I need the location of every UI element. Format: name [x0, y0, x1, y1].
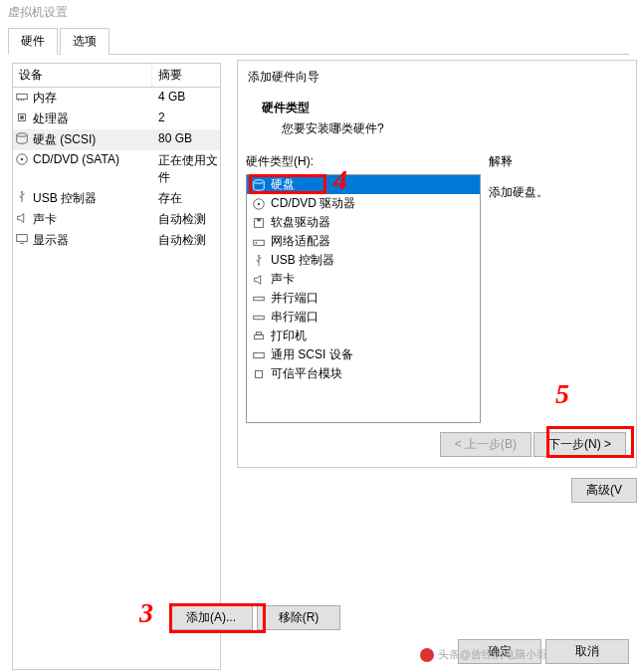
hw-item-label: CD/DVD 驱动器 [271, 195, 355, 212]
hw-item-port-6[interactable]: 并行端口 [247, 289, 480, 308]
tabs: 硬件 选项 [8, 27, 629, 55]
hw-item-port-7[interactable]: 串行端口 [247, 308, 480, 327]
add-button[interactable]: 添加(A)... [169, 605, 253, 630]
hardware-type-list[interactable]: 硬盘CD/DVD 驱动器软盘驱动器网络适配器USB 控制器声卡并行端口串行端口打… [246, 174, 481, 423]
device-name: CD/DVD (SATA) [31, 152, 152, 186]
hw-item-network-3[interactable]: 网络适配器 [247, 232, 480, 251]
port-icon [251, 311, 267, 325]
cancel-button[interactable]: 取消 [545, 639, 629, 664]
wizard-title: 添加硬件向导 [238, 61, 636, 94]
hw-item-label: USB 控制器 [271, 252, 334, 269]
scsi-icon [251, 348, 267, 362]
col-summary: 摘要 [152, 64, 220, 87]
device-row-usb[interactable]: USB 控制器存在 [13, 188, 220, 209]
cd-icon [13, 152, 31, 186]
svg-rect-16 [257, 218, 261, 221]
svg-rect-5 [20, 115, 24, 119]
device-name: 硬盘 (SCSI) [31, 131, 152, 148]
cpu-icon [13, 111, 31, 127]
explain-text: 添加硬盘。 [489, 184, 628, 201]
floppy-icon [251, 216, 267, 230]
device-summary: 正在使用文件 [152, 152, 220, 186]
remove-button[interactable]: 移除(R) [257, 605, 340, 630]
svg-rect-17 [254, 240, 265, 245]
device-name: 内存 [31, 90, 152, 107]
hw-item-label: 串行端口 [271, 309, 318, 326]
sound-icon [251, 273, 267, 287]
wizard-heading: 硬件类型 [262, 100, 612, 116]
svg-rect-23 [256, 332, 261, 335]
next-button[interactable]: 下一步(N) > [533, 432, 626, 457]
device-name: USB 控制器 [31, 190, 152, 207]
disk-icon [13, 131, 31, 148]
col-device: 设备 [13, 64, 152, 87]
device-summary: 4 GB [152, 90, 220, 107]
hw-item-label: 通用 SCSI 设备 [271, 346, 353, 363]
svg-rect-21 [254, 316, 265, 320]
svg-point-18 [256, 242, 258, 244]
svg-rect-10 [17, 235, 28, 242]
watermark-text: 头条@曾经的电脑小哥 [438, 647, 547, 662]
svg-point-12 [254, 179, 265, 183]
hw-item-scsi-9[interactable]: 通用 SCSI 设备 [247, 345, 480, 364]
device-row-memory[interactable]: 内存4 GB [13, 88, 220, 109]
memory-icon [13, 90, 31, 107]
svg-point-8 [21, 158, 24, 161]
hw-item-sound-5[interactable]: 声卡 [247, 270, 480, 289]
device-header: 设备 摘要 [13, 64, 220, 88]
hardware-type-label: 硬件类型(H): [246, 153, 481, 170]
hw-item-printer-8[interactable]: 打印机 [247, 327, 480, 345]
device-summary: 自动检测 [152, 211, 220, 228]
device-row-display[interactable]: 显示器自动检测 [13, 230, 220, 251]
hw-item-label: 网络适配器 [271, 233, 330, 250]
advanced-button[interactable]: 高级(V [571, 478, 637, 503]
tab-hardware[interactable]: 硬件 [8, 28, 58, 55]
svg-rect-0 [17, 94, 28, 99]
device-row-sound[interactable]: 声卡自动检测 [13, 209, 220, 230]
hw-item-disk-0[interactable]: 硬盘 [247, 175, 480, 194]
device-summary: 80 GB [152, 131, 220, 148]
device-summary: 自动检测 [152, 232, 220, 249]
port-icon [251, 292, 267, 306]
svg-point-6 [17, 133, 28, 137]
printer-icon [251, 330, 267, 343]
explain-label: 解释 [489, 153, 628, 170]
device-summary: 2 [152, 111, 220, 127]
watermark: 头条@曾经的电脑小哥 [420, 647, 547, 662]
svg-point-14 [258, 202, 261, 205]
tab-options[interactable]: 选项 [60, 28, 109, 55]
hw-item-tpm-10[interactable]: 可信平台模块 [247, 364, 480, 383]
tpm-icon [251, 367, 267, 381]
usb-icon [251, 254, 267, 268]
device-name: 显示器 [31, 232, 152, 249]
device-panel: 设备 摘要 内存4 GB处理器2硬盘 (SCSI)80 GBCD/DVD (SA… [12, 63, 221, 670]
hw-item-label: 软盘驱动器 [271, 214, 330, 231]
usb-icon [13, 190, 31, 207]
hw-item-cd-1[interactable]: CD/DVD 驱动器 [247, 194, 480, 213]
svg-rect-25 [256, 370, 263, 377]
svg-point-19 [258, 254, 260, 256]
wizard-subheading: 您要安装哪类硬件? [262, 120, 612, 137]
hw-item-label: 打印机 [271, 328, 307, 344]
device-row-disk[interactable]: 硬盘 (SCSI)80 GB [13, 129, 220, 150]
hw-item-floppy-2[interactable]: 软盘驱动器 [247, 213, 480, 232]
device-row-cd[interactable]: CD/DVD (SATA)正在使用文件 [13, 150, 220, 188]
hw-item-label: 声卡 [271, 271, 295, 288]
hw-item-usb-4[interactable]: USB 控制器 [247, 251, 480, 270]
disk-icon [251, 178, 267, 192]
device-row-cpu[interactable]: 处理器2 [13, 109, 220, 129]
device-buttons: 添加(A)... 移除(R) [169, 605, 340, 630]
svg-rect-22 [255, 335, 264, 338]
display-icon [13, 232, 31, 249]
hw-item-label: 并行端口 [271, 290, 318, 307]
hw-item-label: 可信平台模块 [271, 365, 342, 382]
back-button[interactable]: < 上一步(B) [440, 432, 531, 457]
sound-icon [13, 211, 31, 228]
svg-rect-20 [254, 297, 265, 301]
device-name: 声卡 [31, 211, 152, 228]
watermark-icon [420, 648, 434, 662]
network-icon [251, 235, 267, 249]
svg-rect-24 [254, 352, 265, 357]
hw-item-label: 硬盘 [271, 176, 295, 193]
svg-point-9 [21, 191, 23, 193]
